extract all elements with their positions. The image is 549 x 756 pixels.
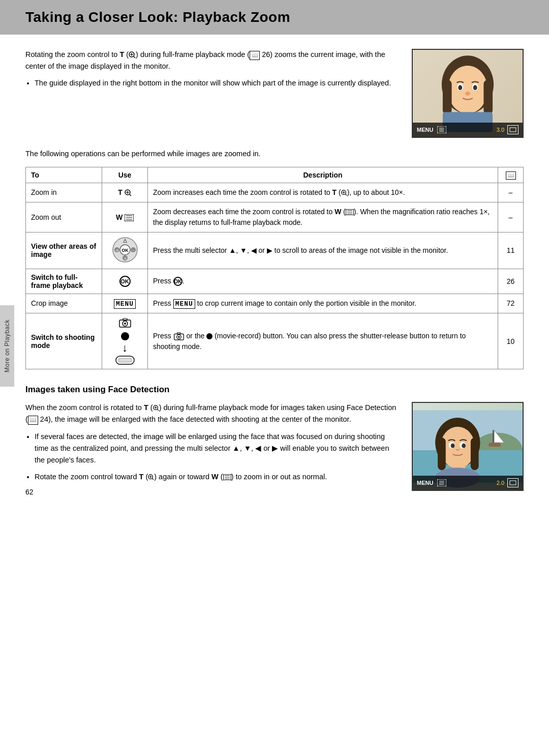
svg-point-84 (451, 444, 455, 448)
table-row-zoom-out: Zoom out W Zoom decreases each time the … (26, 202, 524, 232)
svg-text:▲: ▲ (123, 239, 127, 243)
zoom-in-use: T (102, 183, 148, 202)
svg-rect-7 (483, 80, 493, 115)
face-detection-content: When the zoom control is rotated to T ()… (25, 402, 524, 491)
svg-point-58 (178, 336, 179, 338)
svg-rect-92 (510, 481, 516, 485)
shooting-icons: ↓ (107, 317, 142, 365)
intro-section: Rotating the zoom control to T () during… (25, 49, 524, 138)
zoom-in-desc: Zoom increases each time the zoom contro… (148, 183, 498, 202)
camera-screen-illustration-2: MENU 2.0 (412, 402, 524, 491)
intro-bullets: The guide displayed in the right bottom … (35, 77, 396, 89)
zoom-out-use: W (102, 202, 148, 232)
face-detection-title: Images taken using Face Detection (25, 385, 524, 395)
zoom-in-to: Zoom in (26, 183, 102, 202)
camera-screen-1: MENU 3.0 (412, 49, 524, 138)
face-detection-bullet1: If several faces are detected, the image… (35, 431, 396, 467)
fullframe-use: OK (102, 269, 148, 294)
menu-button-icon: MENU (114, 299, 136, 309)
svg-rect-51 (123, 318, 127, 321)
camera-screen-2: MENU 2.0 (412, 402, 524, 491)
zoom-out-desc: Zoom decreases each time the zoom contro… (148, 202, 498, 232)
svg-line-60 (157, 410, 159, 411)
page-title: Taking a Closer Look: Playback Zoom (25, 9, 524, 25)
svg-point-12 (465, 92, 470, 96)
view-areas-desc: Press the multi selector ▲, ▼, ◀ or ▶ to… (148, 232, 498, 269)
view-areas-to: View other areas of image (26, 232, 102, 269)
camera-icon (118, 317, 132, 329)
view-areas-ref: 11 (498, 232, 524, 269)
shooting-use: ↓ (102, 313, 148, 369)
col-header-description: Description (148, 167, 498, 183)
zoom-out-to: Zoom out (26, 202, 102, 232)
svg-line-20 (130, 194, 131, 196)
face-detection-bullets: If several faces are detected, the image… (35, 431, 396, 483)
svg-rect-54 (118, 358, 132, 362)
fullframe-desc: Press OK. (148, 269, 498, 294)
main-content: Rotating the zoom control to T () during… (0, 49, 549, 511)
shooting-to: Switch to shooting mode (26, 313, 102, 369)
intro-bullet1: The guide displayed in the right bottom … (35, 77, 396, 89)
svg-text:OK: OK (121, 248, 129, 253)
table-header-row: To Use Description 📖 (26, 167, 524, 183)
col-header-use: Use (102, 167, 148, 183)
svg-line-64 (152, 479, 154, 480)
table-row-shooting: Switch to shooting mode (26, 313, 524, 369)
multi-selector-icon: OK ▲ ⊕ ○ (112, 237, 138, 263)
face-detection-text: When the zoom control is rotated to T ()… (25, 402, 396, 491)
svg-rect-76 (489, 443, 501, 447)
svg-rect-18 (510, 128, 516, 132)
svg-point-5 (448, 66, 488, 113)
shutter-release-icon (115, 356, 135, 365)
table-row-zoom-in: Zoom in T Zoom increases each time the z… (26, 183, 524, 202)
operations-note: The following operations can be performe… (25, 148, 524, 160)
face-detection-bullet2: Rotate the zoom control toward T () agai… (35, 471, 396, 483)
svg-rect-80 (438, 438, 446, 471)
col-header-ref: 📖 (498, 167, 524, 183)
page-container: Taking a Closer Look: Playback Zoom More… (0, 0, 549, 756)
svg-rect-81 (471, 438, 479, 471)
shooting-ref: 10 (498, 313, 524, 369)
svg-point-10 (458, 85, 462, 90)
movie-record-icon (121, 332, 129, 340)
crop-ref: 72 (498, 294, 524, 313)
down-arrow-icon: ↓ (122, 342, 128, 354)
cam-bottom-bar-1: MENU 3.0 (413, 123, 523, 137)
page-number: 62 (25, 488, 34, 496)
table-row-view-areas: View other areas of image OK (26, 232, 524, 269)
face-detection-section: Images taken using Face Detection When t… (25, 385, 524, 491)
face-detection-paragraph1: When the zoom control is rotated to T ()… (25, 402, 396, 425)
crop-to: Crop image (26, 294, 102, 313)
crop-use: MENU (102, 294, 148, 313)
intro-text: Rotating the zoom control to T () during… (25, 49, 396, 138)
cam-bottom-bar-2: MENU 2.0 (413, 476, 523, 490)
svg-point-52 (124, 323, 126, 325)
svg-text:⊛: ⊛ (124, 257, 126, 260)
svg-point-85 (462, 444, 466, 448)
operations-table: To Use Description 📖 Zoom in T Zoom incr… (25, 167, 524, 369)
svg-rect-6 (443, 80, 452, 115)
intro-paragraph1: Rotating the zoom control to T () during… (25, 49, 396, 72)
svg-text:○: ○ (132, 248, 134, 252)
header-bar: Taking a Closer Look: Playback Zoom (0, 0, 549, 35)
crop-desc: Press MENU to crop current image to cont… (148, 294, 498, 313)
svg-line-1 (134, 56, 135, 58)
svg-line-24 (345, 194, 347, 196)
fullframe-to: Switch to full-frame playback (26, 269, 102, 294)
shooting-desc: Press or the (movie-record) button. You … (148, 313, 498, 369)
zoom-in-ref: – (498, 183, 524, 202)
col-header-to: To (26, 167, 102, 183)
view-areas-use: OK ▲ ⊕ ○ (102, 232, 148, 269)
zoom-out-ref: – (498, 202, 524, 232)
ok-button-icon: OK (119, 276, 131, 287)
svg-text:⊕: ⊕ (115, 249, 118, 252)
svg-point-11 (473, 85, 477, 90)
table-row-fullframe: Switch to full-frame playback OK Press O… (26, 269, 524, 294)
table-row-crop: Crop image MENU Press MENU to crop curre… (26, 294, 524, 313)
camera-screen-illustration-1: MENU 3.0 (412, 49, 524, 138)
fullframe-ref: 26 (498, 269, 524, 294)
